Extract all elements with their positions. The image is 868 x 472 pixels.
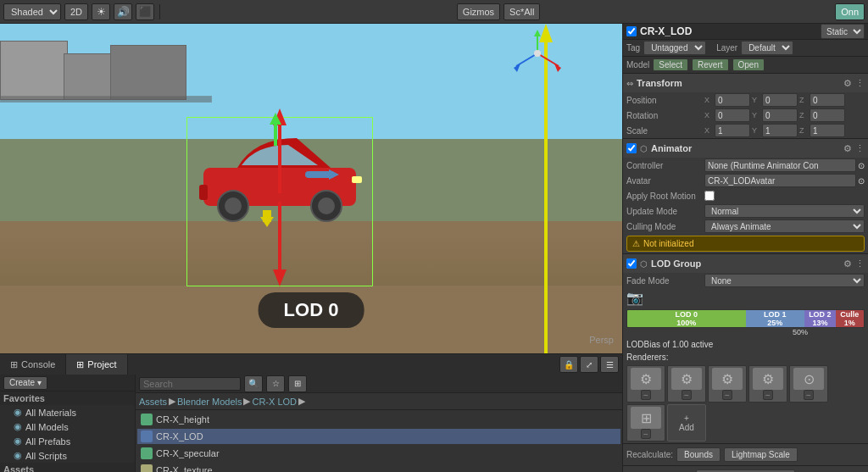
console-tab[interactable]: ⊞ Console — [0, 354, 66, 375]
renderer-thumb-4[interactable]: ⊙ − — [789, 365, 828, 403]
shading-dropdown[interactable]: Shaded — [3, 3, 61, 20]
breadcrumb-crx[interactable]: CR-X LOD — [252, 397, 297, 407]
file-item-1[interactable]: CR-X_LOD — [137, 429, 620, 444]
gizmos-btn[interactable]: Gizmos — [457, 3, 500, 20]
pos-y-input[interactable] — [762, 93, 798, 107]
audio-icon[interactable]: 🔊 — [114, 3, 132, 20]
culling-mode-dropdown[interactable]: Always Animate — [704, 219, 865, 233]
scene-view[interactable]: Persp LOD 0 — [0, 24, 622, 353]
mode-2d-btn[interactable]: 2D — [64, 3, 88, 20]
renderer-minus-5[interactable]: − — [641, 429, 651, 439]
add-renderer-btn[interactable]: + Add — [667, 404, 706, 441]
avatar-arrow[interactable]: ⊙ — [858, 176, 865, 186]
menu-icon[interactable]: ☰ — [600, 356, 619, 373]
lod-50-marker: 50% — [736, 328, 865, 336]
inspector-header: CR-X_LOD Static — [623, 24, 868, 40]
renderer-thumb-1[interactable]: ⚙ − — [667, 365, 706, 403]
file-item-2[interactable]: CR-X_specular — [137, 446, 620, 461]
file-item-0[interactable]: CR-X_height — [137, 412, 620, 427]
transform-dots[interactable]: ⋮ — [855, 78, 865, 89]
revert-btn[interactable]: Revert — [692, 58, 728, 71]
open-btn[interactable]: Open — [732, 58, 765, 71]
rot-x-input[interactable] — [715, 108, 750, 122]
all-scripts-item[interactable]: ◉ All Scripts — [0, 448, 135, 463]
file-item-3[interactable]: CR-X_texture — [137, 463, 620, 472]
tag-dropdown[interactable]: Untagged — [643, 41, 706, 55]
svg-marker-11 — [270, 113, 281, 125]
search-input[interactable] — [139, 377, 241, 391]
renderer-minus-3[interactable]: − — [763, 390, 773, 400]
breadcrumb-blender[interactable]: Blender Models — [177, 397, 242, 407]
renderer-thumb-3[interactable]: ⚙ − — [748, 365, 787, 403]
breadcrumb-sep-3: ▶ — [298, 396, 305, 407]
transform-header[interactable]: ⇔ Transform ⚙ ⋮ — [623, 74, 868, 92]
transform-gear[interactable]: ⚙ — [843, 78, 852, 89]
scene-filter-btn[interactable]: Sc*All — [504, 3, 540, 20]
animator-dots[interactable]: ⋮ — [855, 143, 865, 154]
add-renderer-icon: + — [684, 414, 689, 423]
bounds-btn[interactable]: Bounds — [676, 447, 721, 462]
fade-mode-dropdown[interactable]: None — [704, 274, 865, 287]
lod-group-gear[interactable]: ⚙ — [843, 258, 852, 269]
lod-1-segment[interactable]: LOD 1 25% — [746, 310, 805, 327]
not-initialized-warning: ⚠ Not initialized — [626, 236, 865, 252]
scale-z-label: Z — [799, 126, 808, 135]
lock-icon[interactable]: 🔒 — [559, 356, 578, 373]
scale-z-input[interactable] — [810, 124, 845, 137]
rot-z-input[interactable] — [810, 108, 845, 122]
animator-checkbox[interactable] — [626, 143, 637, 153]
apply-root-checkbox[interactable] — [704, 191, 715, 201]
scale-y-input[interactable] — [762, 124, 798, 137]
pos-z-input[interactable] — [810, 93, 845, 107]
rot-y-input[interactable] — [762, 108, 798, 122]
search-btn[interactable]: 🔍 — [244, 375, 263, 392]
lod-group-checkbox[interactable] — [626, 258, 637, 269]
create-btn[interactable]: Create ▾ — [3, 376, 47, 390]
layer-dropdown[interactable]: Default — [741, 41, 793, 55]
renderer-icon-1: ⚙ — [671, 368, 702, 390]
static-dropdown[interactable]: Static — [821, 24, 865, 39]
pos-x-input[interactable] — [715, 93, 750, 107]
lod-group-dots[interactable]: ⋮ — [855, 258, 865, 269]
sun-icon[interactable]: ☀ — [92, 3, 110, 20]
controller-arrow[interactable]: ⊙ — [858, 161, 865, 170]
project-toolbar: 🔍 ☆ ⊞ — [136, 375, 622, 393]
renderer-minus-2[interactable]: − — [722, 390, 732, 400]
select-btn[interactable]: Select — [653, 58, 688, 71]
lod-2-segment[interactable]: LOD 2 13% — [804, 310, 835, 327]
all-prefabs-item[interactable]: ◉ All Prefabs — [0, 434, 135, 448]
renderer-thumb-0[interactable]: ⚙ − — [626, 365, 665, 403]
controller-input[interactable] — [704, 158, 856, 172]
renderer-thumb-2[interactable]: ⚙ − — [708, 365, 747, 403]
view-btn[interactable]: ⊞ — [288, 375, 307, 392]
fx-icon[interactable]: ⬛ — [136, 3, 154, 20]
all-models-item[interactable]: ◉ All Models — [0, 419, 135, 434]
lod-group-icon: ⬡ — [640, 259, 648, 269]
lod-cull-segment[interactable]: Culle 1% — [836, 310, 864, 327]
renderer-btn-row-5: − — [641, 429, 651, 439]
renderer-minus-0[interactable]: − — [641, 390, 651, 400]
breadcrumb-assets[interactable]: Assets — [139, 397, 167, 407]
lightmap-btn[interactable]: Lightmap Scale — [724, 447, 798, 462]
project-tab[interactable]: ⊞ Project — [66, 354, 127, 375]
lod-group-header[interactable]: ⬡ LOD Group ⚙ ⋮ — [623, 254, 868, 273]
expand-icon[interactable]: ⤢ — [580, 356, 598, 373]
update-mode-dropdown[interactable]: Normal — [704, 204, 865, 218]
animator-header[interactable]: ⬡ Animator ⚙ ⋮ — [623, 139, 868, 158]
bottom-area: ⊞ Console ⊞ Project 🔒 ⤢ ☰ — [0, 353, 622, 472]
renderer-minus-4[interactable]: − — [804, 390, 814, 400]
filter-btn[interactable]: ☆ — [266, 375, 285, 392]
scale-x-input[interactable] — [715, 124, 750, 137]
lod-camera-row: 📷 — [623, 288, 868, 308]
renderer-thumb-5[interactable]: ⊞ − — [626, 404, 665, 441]
create-btn-row: Create ▾ — [0, 375, 135, 391]
lod-0-segment[interactable]: LOD 0 100% — [627, 310, 746, 327]
on-btn[interactable]: Onn — [835, 3, 865, 20]
all-materials-item[interactable]: ◉ All Materials — [0, 405, 135, 419]
controller-row: Controller ⊙ — [623, 158, 868, 173]
rotation-xyz: X Y Z — [704, 108, 845, 122]
avatar-input[interactable] — [704, 174, 856, 187]
renderer-minus-1[interactable]: − — [682, 390, 692, 400]
object-active-checkbox[interactable] — [626, 26, 637, 36]
animator-gear[interactable]: ⚙ — [843, 143, 852, 154]
